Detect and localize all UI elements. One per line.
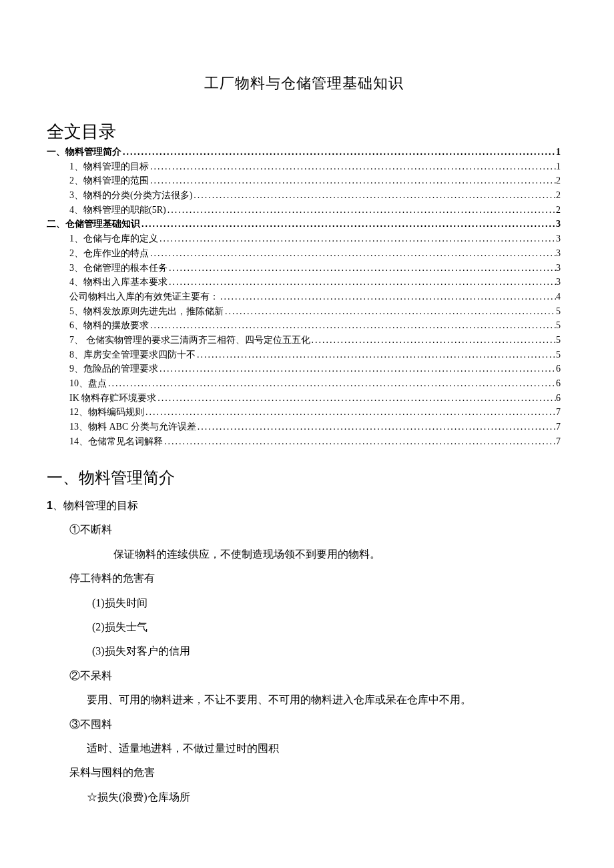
section-heading-1: 一、物料管理简介: [47, 467, 561, 488]
toc-entry-page: 3: [556, 261, 561, 276]
toc-entry-label: 二、仓储管理基础知识: [47, 217, 140, 232]
toc-entry-page: 7: [556, 405, 561, 420]
toc-entry: IK 物料存贮环境要求6: [47, 391, 561, 406]
toc-entry-page: 3: [556, 275, 561, 290]
toc-header: 全文目录: [47, 120, 561, 143]
toc-entry-page: 2: [556, 188, 561, 203]
toc-entry-page: 2: [556, 203, 561, 218]
subsection-number: 1: [47, 500, 53, 511]
toc-leader-dots: [224, 304, 556, 319]
toc-entry-label: 公司物料出入库的有效凭证主要有：: [69, 290, 219, 304]
body-text: ①不断料: [47, 522, 561, 537]
toc-entry-page: 5: [556, 333, 561, 348]
table-of-contents: 一、物料管理简介11、物料管理的目标12、物料管理的范围23、物料的分类(分类方…: [47, 145, 561, 448]
toc-leader-dots: [158, 362, 556, 376]
toc-entry-label: 3、物料的分类(分类方法很多): [69, 188, 192, 203]
toc-entry-label: 一、物料管理简介: [47, 145, 121, 159]
toc-leader-dots: [144, 405, 556, 420]
toc-leader-dots: [149, 173, 556, 188]
toc-entry: 13、物料 ABC 分类与允许误差7: [47, 420, 561, 434]
toc-leader-dots: [192, 188, 556, 203]
toc-entry-page: 5: [556, 304, 561, 319]
toc-entry: 12、物料编码规则7: [47, 405, 561, 420]
toc-entry-label: 4、物料管理的职能(5R): [69, 203, 166, 218]
toc-entry-page: 3: [556, 246, 561, 261]
subsection-text: 、物料管理的目标: [53, 500, 138, 511]
toc-leader-dots: [149, 159, 556, 174]
toc-entry: 公司物料出入库的有效凭证主要有：4: [47, 290, 561, 304]
toc-entry: 3、仓储管理的根本任务3: [47, 261, 561, 276]
toc-entry: 10、盘点6: [47, 376, 561, 391]
toc-entry: 4、物料出入库基本要求3: [47, 275, 561, 290]
toc-entry-page: 7: [556, 420, 561, 434]
toc-entry-label: 2、物料管理的范围: [69, 173, 149, 188]
toc-entry: 1、物料管理的目标1: [47, 159, 561, 174]
toc-entry: 4、物料管理的职能(5R)2: [47, 203, 561, 218]
toc-leader-dots: [149, 246, 556, 261]
body-text: 适时、适量地进料，不做过量过时的囤积: [47, 741, 561, 756]
toc-entry-label: IK 物料存贮环境要求: [69, 391, 156, 406]
body-text: ③不囤料: [47, 717, 561, 732]
body-text: ☆损失(浪费)仓库场所: [47, 790, 561, 805]
toc-leader-dots: [140, 217, 556, 232]
toc-entry: 6、物料的摆放要求5: [47, 318, 561, 333]
toc-entry: 2、物料管理的范围2: [47, 173, 561, 188]
toc-leader-dots: [196, 348, 556, 362]
toc-entry-label: 1、仓储与仓库的定义: [69, 232, 158, 246]
toc-entry-page: 1: [556, 145, 561, 159]
toc-entry-page: 7: [556, 434, 561, 449]
toc-leader-dots: [156, 391, 556, 406]
toc-entry-label: 5、物料发放原则先进先出，推陈储新: [69, 304, 224, 319]
toc-entry: 3、物料的分类(分类方法很多)2: [47, 188, 561, 203]
toc-leader-dots: [107, 376, 556, 391]
subsection-heading-1-1: 1、物料管理的目标: [47, 499, 561, 513]
toc-entry-label: 13、物料 ABC 分类与允许误差: [69, 420, 196, 434]
toc-entry: 8、库房安全管理要求四防十不5: [47, 348, 561, 362]
toc-entry-page: 5: [556, 318, 561, 333]
toc-leader-dots: [168, 275, 556, 290]
body-text: ②不呆料: [47, 669, 561, 683]
document-page: 工厂物料与仓储管理基础知识 全文目录 一、物料管理简介11、物料管理的目标12、…: [0, 0, 614, 854]
body-text: (2)损失士气: [47, 620, 561, 634]
toc-entry-label: 4、物料出入库基本要求: [69, 275, 168, 290]
toc-entry-label: 3、仓储管理的根本任务: [69, 261, 168, 276]
toc-entry-page: 5: [556, 348, 561, 362]
toc-entry-page: 6: [556, 376, 561, 391]
toc-entry-label: 10、盘点: [69, 376, 107, 391]
toc-leader-dots: [310, 333, 557, 348]
toc-leader-dots: [163, 434, 556, 449]
toc-leader-dots: [158, 232, 556, 246]
body-text: 要用、可用的物料进来，不让不要用、不可用的物料进入仓库或呆在仓库中不用。: [47, 693, 561, 707]
toc-entry-label: 14、仓储常见名词解释: [69, 434, 163, 449]
toc-entry: 7、 仓储实物管理的要求三清两齐三相符、四号定位五五化5: [47, 333, 561, 348]
toc-entry: 二、仓储管理基础知识3: [47, 217, 561, 232]
toc-leader-dots: [121, 145, 556, 159]
toc-entry-page: 2: [556, 173, 561, 188]
toc-entry-page: 6: [556, 391, 561, 406]
toc-entry: 9、危险品的管理要求6: [47, 362, 561, 376]
toc-entry-label: 9、危险品的管理要求: [69, 362, 158, 376]
toc-entry-label: 7、 仓储实物管理的要求三清两齐三相符、四号定位五五化: [69, 333, 310, 348]
toc-leader-dots: [196, 420, 556, 434]
toc-entry-page: 3: [556, 232, 561, 246]
toc-leader-dots: [149, 318, 556, 333]
toc-entry-page: 1: [556, 159, 561, 174]
toc-entry-label: 8、库房安全管理要求四防十不: [69, 348, 196, 362]
body-text: (1)损失时间: [47, 596, 561, 610]
document-title: 工厂物料与仓储管理基础知识: [47, 73, 561, 93]
toc-entry-label: 12、物料编码规则: [69, 405, 144, 420]
toc-entry: 5、物料发放原则先进先出，推陈储新5: [47, 304, 561, 319]
toc-entry-page: 4: [556, 290, 561, 304]
toc-entry: 2、仓库作业的特点3: [47, 246, 561, 261]
toc-entry: 一、物料管理简介1: [47, 145, 561, 159]
toc-entry-page: 6: [556, 362, 561, 376]
body-text: 停工待料的危害有: [47, 571, 561, 586]
toc-entry-label: 6、物料的摆放要求: [69, 318, 149, 333]
toc-leader-dots: [168, 261, 556, 276]
body-text: (3)损失对客户的信用: [47, 644, 561, 659]
toc-leader-dots: [219, 290, 556, 304]
body-text: 呆料与囤料的危害: [47, 765, 561, 780]
toc-entry: 14、仓储常见名词解释7: [47, 434, 561, 449]
toc-entry-label: 1、物料管理的目标: [69, 159, 149, 174]
toc-entry: 1、仓储与仓库的定义3: [47, 232, 561, 246]
